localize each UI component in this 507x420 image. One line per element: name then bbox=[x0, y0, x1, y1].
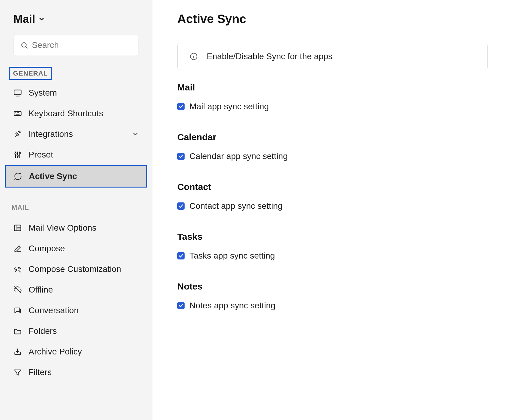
sidebar-item-offline[interactable]: Offline bbox=[7, 279, 145, 300]
svg-line-19 bbox=[15, 287, 21, 293]
sidebar-item-label: Mail View Options bbox=[29, 223, 97, 233]
keyboard-icon bbox=[13, 109, 22, 118]
sidebar-item-conversation[interactable]: Conversation bbox=[7, 300, 145, 321]
svg-point-6 bbox=[17, 113, 17, 113]
sync-option-label: Calendar app sync setting bbox=[189, 151, 288, 161]
sidebar-item-preset[interactable]: Preset bbox=[7, 144, 145, 165]
sync-group-notes: Notes Notes app sync setting bbox=[177, 281, 488, 324]
checkbox-checked-icon[interactable] bbox=[177, 252, 185, 259]
sidebar-item-filters[interactable]: Filters bbox=[7, 362, 145, 383]
sidebar-item-mail-view-options[interactable]: Mail View Options bbox=[7, 218, 145, 238]
sidebar-item-compose[interactable]: Compose bbox=[7, 238, 145, 259]
sync-group-contact: Contact Contact app sync setting bbox=[177, 182, 488, 225]
sync-option-row[interactable]: Notes app sync setting bbox=[177, 300, 488, 324]
chevron-down-icon bbox=[38, 16, 45, 22]
sidebar-section-general: System Keyboard Shortcuts Integrations bbox=[7, 80, 145, 193]
sidebar-item-archive-policy[interactable]: Archive Policy bbox=[7, 341, 145, 362]
sync-option-row[interactable]: Mail app sync setting bbox=[177, 100, 488, 125]
sliders-icon bbox=[13, 151, 22, 159]
divider bbox=[7, 195, 145, 195]
sidebar-item-label: Keyboard Shortcuts bbox=[29, 109, 103, 118]
sidebar-section-mail: Mail View Options Compose Compose Custom… bbox=[7, 215, 145, 388]
sync-group-title: Notes bbox=[177, 281, 488, 292]
app-switcher[interactable]: Mail bbox=[7, 13, 145, 35]
svg-point-5 bbox=[16, 113, 16, 113]
sidebar: Mail GENERAL System bbox=[0, 0, 152, 420]
filter-icon bbox=[13, 368, 22, 377]
svg-rect-4 bbox=[14, 111, 21, 116]
sync-option-label: Notes app sync setting bbox=[189, 301, 275, 310]
info-banner-text: Enable/Disable Sync for the apps bbox=[207, 52, 332, 61]
sidebar-item-label: Archive Policy bbox=[29, 347, 82, 357]
checkbox-checked-icon[interactable] bbox=[177, 302, 185, 309]
sync-option-row[interactable]: Calendar app sync setting bbox=[177, 150, 488, 175]
svg-point-0 bbox=[22, 42, 26, 47]
sidebar-item-label: Preset bbox=[29, 150, 53, 160]
sidebar-item-system[interactable]: System bbox=[7, 83, 145, 103]
sidebar-item-integrations[interactable]: Integrations bbox=[7, 124, 145, 144]
sidebar-section-label-general: GENERAL bbox=[9, 67, 52, 80]
sync-group-tasks: Tasks Tasks app sync setting bbox=[177, 232, 488, 275]
svg-line-1 bbox=[26, 47, 27, 48]
checkbox-checked-icon[interactable] bbox=[177, 153, 185, 160]
main-content: Active Sync Enable/Disable Sync for the … bbox=[152, 0, 507, 420]
svg-rect-2 bbox=[14, 90, 21, 95]
plug-icon bbox=[13, 130, 22, 138]
folder-icon bbox=[13, 327, 22, 335]
sidebar-item-active-sync[interactable]: Active Sync bbox=[5, 165, 147, 188]
sidebar-item-label: Filters bbox=[29, 368, 52, 377]
info-icon bbox=[190, 52, 198, 60]
svg-point-7 bbox=[19, 113, 19, 113]
sidebar-item-label: System bbox=[29, 88, 57, 98]
svg-rect-15 bbox=[15, 225, 21, 231]
page-title: Active Sync bbox=[177, 12, 488, 26]
sidebar-item-compose-customization[interactable]: Compose Customization bbox=[7, 259, 145, 279]
layout-icon bbox=[13, 224, 22, 232]
sync-group-calendar: Calendar Calendar app sync setting bbox=[177, 132, 488, 175]
sync-option-label: Tasks app sync setting bbox=[189, 251, 275, 261]
compose-icon bbox=[13, 244, 22, 253]
svg-point-10 bbox=[15, 153, 16, 154]
sidebar-item-label: Offline bbox=[29, 285, 53, 295]
search-icon bbox=[20, 41, 28, 49]
chevron-down-icon bbox=[132, 131, 139, 137]
chat-icon bbox=[13, 306, 22, 315]
sidebar-item-label: Integrations bbox=[29, 129, 73, 139]
cloud-off-icon bbox=[13, 286, 22, 294]
sidebar-item-label: Active Sync bbox=[29, 171, 77, 181]
sidebar-item-keyboard-shortcuts[interactable]: Keyboard Shortcuts bbox=[7, 103, 145, 124]
sync-option-label: Mail app sync setting bbox=[189, 102, 269, 111]
tools-icon bbox=[13, 265, 22, 273]
sidebar-section-label-mail: MAIL bbox=[7, 201, 145, 215]
svg-point-23 bbox=[193, 55, 194, 55]
sidebar-title: Mail bbox=[13, 13, 35, 25]
archive-icon bbox=[13, 347, 22, 356]
sync-group-title: Tasks bbox=[177, 232, 488, 242]
sync-icon bbox=[14, 172, 22, 181]
sidebar-item-folders[interactable]: Folders bbox=[7, 321, 145, 341]
sync-group-title: Calendar bbox=[177, 132, 488, 142]
sidebar-item-label: Compose Customization bbox=[29, 264, 121, 274]
search-input[interactable] bbox=[32, 40, 132, 50]
checkbox-checked-icon[interactable] bbox=[177, 103, 185, 110]
info-banner: Enable/Disable Sync for the apps bbox=[177, 43, 488, 70]
sync-option-row[interactable]: Contact app sync setting bbox=[177, 200, 488, 225]
search-input-wrapper[interactable] bbox=[13, 35, 139, 56]
sidebar-item-label: Conversation bbox=[29, 306, 79, 315]
sidebar-item-label: Compose bbox=[29, 244, 65, 253]
sync-group-title: Contact bbox=[177, 182, 488, 192]
monitor-icon bbox=[13, 89, 22, 97]
svg-marker-20 bbox=[15, 370, 21, 375]
sync-group-title: Mail bbox=[177, 82, 488, 93]
sync-group-mail: Mail Mail app sync setting bbox=[177, 82, 488, 125]
sync-option-label: Contact app sync setting bbox=[189, 201, 283, 211]
sidebar-item-label: Folders bbox=[29, 326, 57, 336]
svg-point-12 bbox=[17, 155, 19, 157]
svg-point-14 bbox=[19, 152, 21, 154]
checkbox-checked-icon[interactable] bbox=[177, 202, 185, 210]
sync-option-row[interactable]: Tasks app sync setting bbox=[177, 250, 488, 275]
